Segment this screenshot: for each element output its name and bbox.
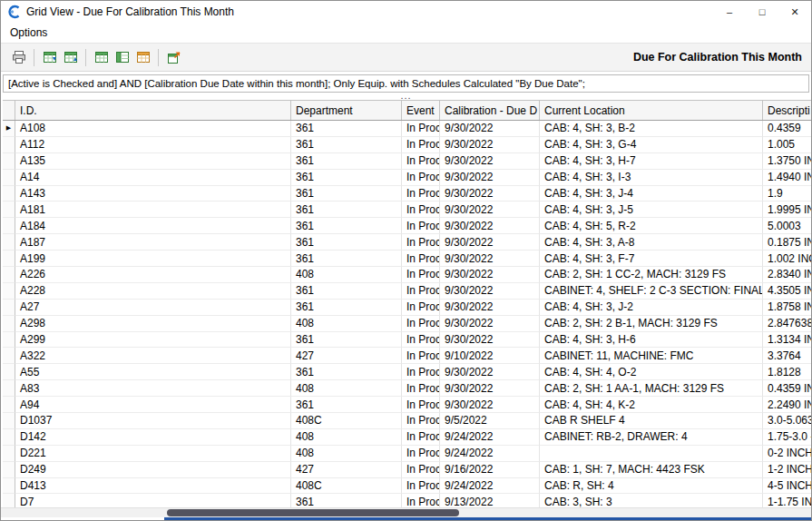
row-selector[interactable] xyxy=(3,380,15,397)
grid-cell[interactable]: 9/30/2022 xyxy=(440,153,540,170)
grid-cell[interactable]: CAB: 4, SH: 4, O-2 xyxy=(540,364,763,380)
grid-cell[interactable]: A228 xyxy=(15,283,291,300)
grid-cell[interactable]: In Proc xyxy=(402,218,440,234)
row-selector[interactable] xyxy=(3,218,15,234)
grid-row[interactable]: A112361In Proc9/30/2022CAB: 4, SH: 3, G-… xyxy=(3,137,811,153)
grid-cell[interactable]: D1037 xyxy=(15,413,291,429)
horizontal-scrollbar[interactable] xyxy=(1,507,811,517)
row-selector[interactable] xyxy=(3,251,15,267)
grid-cell[interactable]: CAB: 1, SH: 7, MACH: 4423 FSK xyxy=(540,462,763,478)
table-export-down-icon[interactable] xyxy=(39,47,60,68)
grid-cell[interactable]: 4-5 INCH xyxy=(763,478,811,495)
grid-cell[interactable]: 1-2 INCH, xyxy=(763,462,811,478)
grid-cell[interactable]: In Proc xyxy=(402,446,440,462)
grid-cell[interactable]: A226 xyxy=(15,267,291,283)
grid-cell[interactable]: 427 xyxy=(291,348,402,364)
grid-cell[interactable]: 9/30/2022 xyxy=(440,300,540,316)
grid-cell[interactable]: CAB: 4, SH: 5, R-2 xyxy=(540,218,763,234)
grid-cell[interactable]: 9/30/2022 xyxy=(440,380,540,397)
grid-row[interactable]: D249427In Proc9/16/2022CAB: 1, SH: 7, MA… xyxy=(3,462,811,478)
grid-cell[interactable]: 427 xyxy=(291,462,402,478)
row-selector[interactable] xyxy=(3,153,15,170)
grid-cell[interactable]: 2.2490 INC xyxy=(763,397,811,413)
column-header-current-location[interactable]: Current Location xyxy=(540,101,763,120)
row-selector[interactable] xyxy=(3,283,15,300)
grid-cell[interactable]: In Proc xyxy=(402,429,440,446)
grid-cell[interactable]: D142 xyxy=(15,429,291,446)
grid-cell[interactable]: A135 xyxy=(15,153,291,170)
grid-cell[interactable]: D413 xyxy=(15,478,291,495)
grid-cell[interactable]: 9/30/2022 xyxy=(440,202,540,218)
table-export-up-icon[interactable] xyxy=(60,47,81,68)
grid-cell[interactable]: CABINET: 4, SHELF: 2 C-3 SECTION: FINAL xyxy=(540,283,763,300)
grid-cell[interactable]: D249 xyxy=(15,462,291,478)
grid-cell[interactable]: 9/30/2022 xyxy=(440,186,540,202)
grid-cell[interactable]: 9/30/2022 xyxy=(440,137,540,153)
row-selector[interactable] xyxy=(3,300,15,316)
grid-row[interactable]: A299361In Proc9/30/2022CAB: 4, SH: 3, H-… xyxy=(3,332,811,349)
row-selector[interactable] xyxy=(3,170,15,186)
grid-cell[interactable]: 9/10/2022 xyxy=(440,348,540,364)
grid-cell[interactable]: CAB: 4, SH: 3, F-7 xyxy=(540,251,763,267)
grid-cell[interactable]: CAB: 4, SH: 3, A-8 xyxy=(540,234,763,251)
grid-cell[interactable] xyxy=(540,446,763,462)
grid-cell[interactable]: 3.0-5.063 xyxy=(763,413,811,429)
grid-cell[interactable]: 9/16/2022 xyxy=(440,462,540,478)
grid-cell[interactable]: 9/5/2022 xyxy=(440,413,540,429)
grid-cell[interactable]: 361 xyxy=(291,137,402,153)
grid-cell[interactable]: D221 xyxy=(15,446,291,462)
grid-cell[interactable]: 408 xyxy=(291,446,402,462)
grid-cell[interactable]: 361 xyxy=(291,300,402,316)
grid-cell[interactable]: A181 xyxy=(15,202,291,218)
row-selector[interactable] xyxy=(3,234,15,251)
grid-cell[interactable]: In Proc xyxy=(402,413,440,429)
grid-cell[interactable]: In Proc xyxy=(402,170,440,186)
grid-cell[interactable]: 1.8758 INC xyxy=(763,300,811,316)
grid-cell[interactable]: A299 xyxy=(15,332,291,349)
grid-cell[interactable]: 9/30/2022 xyxy=(440,121,540,137)
grid-row[interactable]: A199361In Proc9/30/2022CAB: 4, SH: 3, F-… xyxy=(3,251,811,267)
minimize-button[interactable]: – xyxy=(713,1,746,23)
grid-cell[interactable]: 9/30/2022 xyxy=(440,218,540,234)
grid-cell[interactable]: 1.4940 INC xyxy=(763,170,811,186)
grid-cell[interactable]: A94 xyxy=(15,397,291,413)
grid-cell[interactable]: In Proc xyxy=(402,316,440,332)
grid-cell[interactable]: In Proc xyxy=(402,397,440,413)
grid-cell[interactable]: 408 xyxy=(291,429,402,446)
grid-cell[interactable]: CAB: 4, SH: 4, K-2 xyxy=(540,397,763,413)
grid-cell[interactable]: In Proc xyxy=(402,234,440,251)
grid-cell[interactable]: 361 xyxy=(291,186,402,202)
grid-cell[interactable]: 1.8128 xyxy=(763,364,811,380)
grid-row[interactable]: A14361In Proc9/30/2022CAB: 4, SH: 3, I-3… xyxy=(3,170,811,186)
menu-options[interactable]: Options xyxy=(1,26,56,39)
grid-cell[interactable]: CABINET: 11, MACHINE: FMC xyxy=(540,348,763,364)
row-selector[interactable] xyxy=(3,267,15,283)
grid-row[interactable]: D413408CIn Proc9/24/2022CAB: R, SH: 44-5… xyxy=(3,478,811,495)
grid-cell[interactable]: 361 xyxy=(291,202,402,218)
grid-cell[interactable]: CAB: 2, SH: 2 B-1, MACH: 3129 FS xyxy=(540,316,763,332)
grid-cell[interactable]: 361 xyxy=(291,218,402,234)
grid-row[interactable]: A143361In Proc9/30/2022CAB: 4, SH: 3, J-… xyxy=(3,186,811,202)
column-header-descripti[interactable]: Descripti xyxy=(763,101,811,120)
grid-cell[interactable]: 9/30/2022 xyxy=(440,251,540,267)
grid-cell[interactable]: 9/24/2022 xyxy=(440,446,540,462)
grid-cell[interactable]: A27 xyxy=(15,300,291,316)
grid-cell[interactable]: 0.4359 xyxy=(763,121,811,137)
grid-cell[interactable]: In Proc xyxy=(402,380,440,397)
grid-cell[interactable]: 1.002 INC xyxy=(763,251,811,267)
grid-cell[interactable]: CAB: 2, SH: 1 CC-2, MACH: 3129 FS xyxy=(540,267,763,283)
grid-cell[interactable]: A108 xyxy=(15,121,291,137)
grid-cell[interactable]: 408C xyxy=(291,413,402,429)
grid-row[interactable]: D142408In Proc9/24/2022CABINET: RB-2, DR… xyxy=(3,429,811,446)
table-green-alt-icon[interactable] xyxy=(112,47,132,68)
grid-cell[interactable]: 1.9 xyxy=(763,186,811,202)
grid-cell[interactable]: 361 xyxy=(291,397,402,413)
grid-row[interactable]: D221408In Proc9/24/20220-2 INCH, xyxy=(3,446,811,462)
grid-cell[interactable]: In Proc xyxy=(402,267,440,283)
grid-row[interactable]: A187361In Proc9/30/2022CAB: 4, SH: 3, A-… xyxy=(3,234,811,251)
grid-cell[interactable]: In Proc xyxy=(402,283,440,300)
grid-cell[interactable]: 361 xyxy=(291,121,402,137)
grid-cell[interactable]: 408 xyxy=(291,316,402,332)
grid-cell[interactable]: In Proc xyxy=(402,462,440,478)
column-header-calibration-due-d[interactable]: Calibration - Due D xyxy=(440,101,540,120)
